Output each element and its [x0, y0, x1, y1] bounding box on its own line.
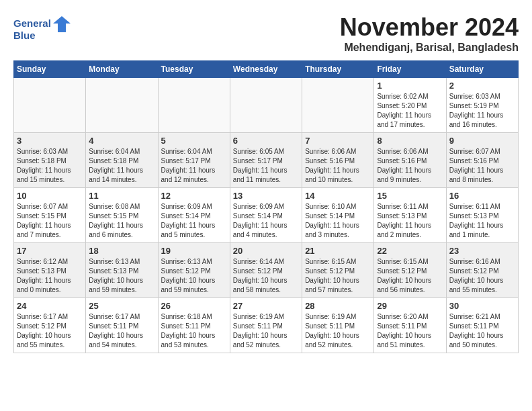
cell-info: Sunset: 5:17 PM: [233, 156, 299, 166]
calendar-cell: 23Sunrise: 6:16 AMSunset: 5:12 PMDayligh…: [446, 243, 518, 298]
cell-info: Sunrise: 6:03 AM: [449, 92, 515, 101]
cell-info: Sunset: 5:19 PM: [449, 101, 515, 111]
col-header-sunday: Sunday: [14, 61, 86, 78]
cell-info: Sunrise: 6:17 AM: [17, 312, 83, 322]
cell-info: Sunrise: 6:13 AM: [161, 257, 227, 267]
calendar-cell: 28Sunrise: 6:19 AMSunset: 5:11 PMDayligh…: [302, 298, 374, 353]
calendar-cell: 13Sunrise: 6:09 AMSunset: 5:14 PMDayligh…: [230, 188, 302, 243]
calendar-cell: [86, 78, 158, 133]
cell-info: Sunrise: 6:06 AM: [377, 147, 443, 156]
cell-info: Sunrise: 6:11 AM: [377, 202, 443, 212]
svg-text:General: General: [13, 17, 51, 29]
cell-info: Daylight: 11 hours and 11 minutes.: [233, 166, 299, 185]
day-number: 17: [17, 246, 83, 256]
cell-info: Sunset: 5:18 PM: [89, 156, 154, 166]
cell-info: Sunrise: 6:07 AM: [17, 202, 83, 212]
calendar-cell: 14Sunrise: 6:10 AMSunset: 5:14 PMDayligh…: [302, 188, 374, 243]
cell-info: Sunrise: 6:13 AM: [89, 257, 154, 267]
cell-info: Sunrise: 6:16 AM: [449, 257, 515, 267]
cell-info: Sunrise: 6:12 AM: [17, 257, 83, 267]
day-number: 2: [449, 81, 515, 91]
cell-info: Sunset: 5:12 PM: [161, 267, 227, 276]
cell-info: Daylight: 10 hours and 56 minutes.: [377, 276, 443, 295]
cell-info: Daylight: 10 hours and 55 minutes.: [17, 331, 83, 350]
cell-info: Daylight: 11 hours and 15 minutes.: [17, 166, 83, 185]
calendar-cell: 11Sunrise: 6:08 AMSunset: 5:15 PMDayligh…: [86, 188, 158, 243]
day-number: 5: [161, 136, 227, 146]
calendar-week-row: 17Sunrise: 6:12 AMSunset: 5:13 PMDayligh…: [14, 243, 519, 298]
cell-info: Daylight: 11 hours and 12 minutes.: [161, 166, 227, 185]
cell-info: Daylight: 11 hours and 6 minutes.: [89, 221, 154, 240]
cell-info: Sunrise: 6:04 AM: [89, 147, 154, 156]
cell-info: Daylight: 10 hours and 52 minutes.: [233, 331, 299, 350]
day-number: 22: [377, 246, 443, 256]
day-number: 1: [377, 81, 443, 91]
cell-info: Sunset: 5:12 PM: [17, 322, 83, 331]
month-title: November 2024: [340, 13, 519, 42]
calendar-cell: 27Sunrise: 6:19 AMSunset: 5:11 PMDayligh…: [230, 298, 302, 353]
cell-info: Daylight: 11 hours and 17 minutes.: [377, 111, 443, 130]
day-number: 28: [305, 301, 371, 311]
col-header-saturday: Saturday: [446, 61, 518, 78]
calendar-cell: 24Sunrise: 6:17 AMSunset: 5:12 PMDayligh…: [14, 298, 86, 353]
day-number: 16: [449, 191, 515, 201]
calendar-cell: 16Sunrise: 6:11 AMSunset: 5:13 PMDayligh…: [446, 188, 518, 243]
calendar-cell: 22Sunrise: 6:15 AMSunset: 5:12 PMDayligh…: [374, 243, 446, 298]
day-number: 23: [449, 246, 515, 256]
calendar-cell: 29Sunrise: 6:20 AMSunset: 5:11 PMDayligh…: [374, 298, 446, 353]
cell-info: Sunrise: 6:08 AM: [89, 202, 154, 212]
cell-info: Sunrise: 6:18 AM: [161, 312, 227, 322]
day-number: 24: [17, 301, 83, 311]
calendar-cell: 15Sunrise: 6:11 AMSunset: 5:13 PMDayligh…: [374, 188, 446, 243]
cell-info: Sunset: 5:15 PM: [17, 212, 83, 221]
calendar-cell: 3Sunrise: 6:03 AMSunset: 5:18 PMDaylight…: [14, 133, 86, 188]
cell-info: Sunset: 5:11 PM: [305, 322, 371, 331]
day-number: 15: [377, 191, 443, 201]
svg-text:Blue: Blue: [13, 30, 36, 41]
cell-info: Sunset: 5:20 PM: [377, 101, 443, 111]
calendar-cell: 1Sunrise: 6:02 AMSunset: 5:20 PMDaylight…: [374, 78, 446, 133]
calendar-cell: 7Sunrise: 6:06 AMSunset: 5:16 PMDaylight…: [302, 133, 374, 188]
cell-info: Sunrise: 6:21 AM: [449, 312, 515, 322]
cell-info: Daylight: 11 hours and 4 minutes.: [233, 221, 299, 240]
cell-info: Sunset: 5:13 PM: [377, 212, 443, 221]
cell-info: Sunset: 5:16 PM: [305, 156, 371, 166]
cell-info: Daylight: 11 hours and 1 minute.: [449, 221, 515, 240]
cell-info: Daylight: 10 hours and 59 minutes.: [89, 276, 154, 295]
calendar-cell: [230, 78, 302, 133]
cell-info: Sunrise: 6:07 AM: [449, 147, 515, 156]
title-block: November 2024 Mehendiganj, Barisal, Bang…: [340, 13, 519, 54]
calendar-cell: 17Sunrise: 6:12 AMSunset: 5:13 PMDayligh…: [14, 243, 86, 298]
cell-info: Sunset: 5:12 PM: [449, 267, 515, 276]
calendar-cell: 5Sunrise: 6:04 AMSunset: 5:17 PMDaylight…: [158, 133, 230, 188]
cell-info: Sunrise: 6:20 AM: [377, 312, 443, 322]
cell-info: Sunset: 5:14 PM: [305, 212, 371, 221]
cell-info: Daylight: 11 hours and 3 minutes.: [305, 221, 371, 240]
calendar-cell: 6Sunrise: 6:05 AMSunset: 5:17 PMDaylight…: [230, 133, 302, 188]
col-header-tuesday: Tuesday: [158, 61, 230, 78]
logo-svg: General Blue: [13, 13, 74, 47]
cell-info: Daylight: 11 hours and 7 minutes.: [17, 221, 83, 240]
cell-info: Daylight: 11 hours and 0 minutes.: [17, 276, 83, 295]
cell-info: Sunset: 5:13 PM: [17, 267, 83, 276]
day-number: 29: [377, 301, 443, 311]
cell-info: Sunrise: 6:09 AM: [161, 202, 227, 212]
cell-info: Daylight: 10 hours and 59 minutes.: [161, 276, 227, 295]
cell-info: Sunset: 5:11 PM: [449, 322, 515, 331]
cell-info: Daylight: 11 hours and 2 minutes.: [377, 221, 443, 240]
cell-info: Sunrise: 6:05 AM: [233, 147, 299, 156]
calendar-cell: 2Sunrise: 6:03 AMSunset: 5:19 PMDaylight…: [446, 78, 518, 133]
cell-info: Sunrise: 6:19 AM: [305, 312, 371, 322]
cell-info: Sunrise: 6:17 AM: [89, 312, 154, 322]
cell-info: Daylight: 10 hours and 58 minutes.: [233, 276, 299, 295]
cell-info: Sunset: 5:13 PM: [89, 267, 154, 276]
day-number: 3: [17, 136, 83, 146]
cell-info: Sunset: 5:11 PM: [89, 322, 154, 331]
calendar-table: SundayMondayTuesdayWednesdayThursdayFrid…: [13, 60, 519, 353]
day-number: 14: [305, 191, 371, 201]
location-title: Mehendiganj, Barisal, Bangladesh: [340, 42, 519, 54]
calendar-cell: 12Sunrise: 6:09 AMSunset: 5:14 PMDayligh…: [158, 188, 230, 243]
day-number: 18: [89, 246, 154, 256]
cell-info: Sunset: 5:11 PM: [161, 322, 227, 331]
day-number: 9: [449, 136, 515, 146]
